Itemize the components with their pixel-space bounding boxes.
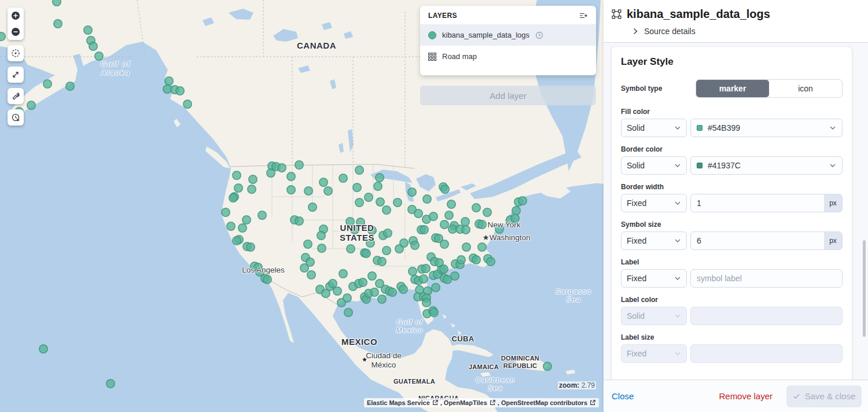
map-data-point[interactable] xyxy=(222,208,230,216)
map-data-point[interactable] xyxy=(295,217,303,225)
map-data-point[interactable] xyxy=(495,225,503,233)
fit-to-data-button[interactable] xyxy=(8,67,24,83)
border-color-picker[interactable]: #41937C xyxy=(690,156,843,175)
map-data-point[interactable] xyxy=(267,169,275,177)
map-data-point[interactable] xyxy=(165,77,173,85)
map-data-point[interactable] xyxy=(399,285,407,293)
map-data-point[interactable] xyxy=(339,270,347,278)
map-data-point[interactable] xyxy=(478,220,486,229)
label-text-input[interactable]: symbol label xyxy=(690,269,843,288)
map-data-point[interactable] xyxy=(411,241,419,249)
map-data-point[interactable] xyxy=(483,208,491,216)
map-data-point[interactable] xyxy=(423,195,431,203)
map-data-point[interactable] xyxy=(384,229,392,237)
layer-row-kibana-sample-data-logs[interactable]: kibana_sample_data_logs xyxy=(420,24,596,46)
zoom-in-button[interactable] xyxy=(8,8,24,24)
map-data-point[interactable] xyxy=(376,174,384,182)
map-data-point[interactable] xyxy=(414,209,422,218)
map-data-point[interactable] xyxy=(233,171,241,179)
map-data-point[interactable] xyxy=(54,20,62,28)
map-data-point[interactable] xyxy=(382,206,391,214)
map-data-point[interactable] xyxy=(440,265,448,273)
attribution-link[interactable]: Elastic Maps Service xyxy=(367,399,430,406)
map-data-point[interactable] xyxy=(432,284,440,292)
map-data-point[interactable] xyxy=(445,211,453,219)
map-data-point[interactable] xyxy=(319,178,328,186)
map-data-point[interactable] xyxy=(376,198,384,206)
map-data-point[interactable] xyxy=(295,161,303,169)
map-data-point[interactable] xyxy=(378,258,386,266)
map-data-point[interactable] xyxy=(344,308,352,317)
map-data-point[interactable] xyxy=(366,239,374,247)
map-data-point[interactable] xyxy=(0,32,5,41)
map-data-point[interactable] xyxy=(318,244,326,252)
map-data-point[interactable] xyxy=(362,249,370,258)
map-data-point[interactable] xyxy=(53,0,61,6)
panel-body[interactable]: Layer Style Symbol type marker icon Fill… xyxy=(604,43,868,380)
map-data-point[interactable] xyxy=(89,42,97,50)
map-data-point[interactable] xyxy=(374,182,382,190)
map-data-point[interactable] xyxy=(543,362,551,370)
map-data-point[interactable] xyxy=(333,287,341,295)
map-data-point[interactable] xyxy=(329,279,337,288)
map-data-point[interactable] xyxy=(382,247,391,255)
map-data-point[interactable] xyxy=(287,186,295,194)
map-data-point[interactable] xyxy=(393,198,402,207)
map-data-point[interactable] xyxy=(234,184,242,192)
remove-layer-button[interactable]: Remove layer xyxy=(719,391,773,401)
map-data-point[interactable] xyxy=(27,101,35,109)
map-data-point[interactable] xyxy=(263,275,271,284)
map-data-point[interactable] xyxy=(163,85,171,93)
layer-row-road-map[interactable]: Road map xyxy=(420,46,596,67)
attribution-link[interactable]: OpenStreetMap contributors xyxy=(501,399,587,406)
map-data-point[interactable] xyxy=(353,183,361,192)
map-data-point[interactable] xyxy=(233,237,241,245)
map-data-point[interactable] xyxy=(422,264,430,273)
map-data-point[interactable] xyxy=(242,216,251,224)
border-color-method-select[interactable]: Solid xyxy=(621,156,687,175)
map-data-point[interactable] xyxy=(304,240,312,248)
map-data-point[interactable] xyxy=(440,220,448,229)
map-data-point[interactable] xyxy=(183,100,192,108)
map-data-point[interactable] xyxy=(461,218,469,226)
map-data-point[interactable] xyxy=(306,258,314,266)
map-data-point[interactable] xyxy=(346,218,354,226)
map-data-point[interactable] xyxy=(176,87,184,95)
map-data-point[interactable] xyxy=(370,288,378,296)
map-data-point[interactable] xyxy=(247,243,255,251)
border-width-input[interactable]: 1 px xyxy=(690,194,843,212)
map-data-point[interactable] xyxy=(440,240,448,248)
map-data-point[interactable] xyxy=(430,308,438,317)
map-data-point[interactable] xyxy=(39,345,47,353)
close-button[interactable]: Close xyxy=(612,391,634,401)
map-data-point[interactable] xyxy=(409,267,417,275)
map-data-point[interactable] xyxy=(451,272,459,280)
panel-scrollbar[interactable] xyxy=(863,240,866,337)
map-data-point[interactable] xyxy=(422,299,431,307)
map-data-point[interactable] xyxy=(347,245,355,253)
source-details-toggle[interactable]: Source details xyxy=(632,27,859,36)
map-data-point[interactable] xyxy=(429,212,437,220)
map-data-point[interactable] xyxy=(287,172,295,181)
map-data-point[interactable] xyxy=(304,187,312,195)
map-data-point[interactable] xyxy=(457,256,465,264)
map-data-point[interactable] xyxy=(356,218,365,226)
map-data-point[interactable] xyxy=(339,174,347,182)
fill-color-method-select[interactable]: Solid xyxy=(621,119,687,137)
symbol-size-method-select[interactable]: Fixed xyxy=(621,231,687,250)
map-data-point[interactable] xyxy=(66,82,74,90)
map-data-point[interactable] xyxy=(400,239,408,247)
map-data-point[interactable] xyxy=(307,271,315,279)
tools-button[interactable] xyxy=(8,88,24,104)
map-data-point[interactable] xyxy=(317,231,325,240)
map-data-point[interactable] xyxy=(229,194,237,202)
collapse-panel-icon[interactable] xyxy=(579,11,588,20)
label-method-select[interactable]: Fixed xyxy=(621,269,687,288)
border-width-method-select[interactable]: Fixed xyxy=(621,194,687,212)
map-data-point[interactable] xyxy=(487,258,495,266)
symbol-size-input[interactable]: 6 px xyxy=(690,231,843,250)
add-layer-button[interactable]: Add layer xyxy=(420,86,596,105)
map-data-point[interactable] xyxy=(420,226,428,234)
map-data-point[interactable] xyxy=(365,193,373,201)
map-data-point[interactable] xyxy=(408,188,416,196)
